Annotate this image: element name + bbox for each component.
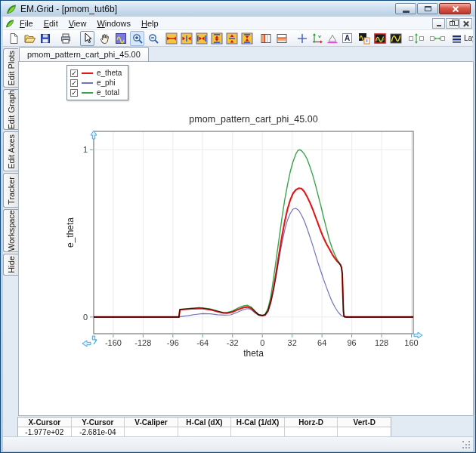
split-vertical-button[interactable] xyxy=(258,31,273,46)
sidebar-tab-hide[interactable]: Hide xyxy=(3,254,18,276)
svg-text:96: 96 xyxy=(347,338,356,347)
resize-grip[interactable] xyxy=(462,441,471,449)
link-x-button[interactable] xyxy=(428,31,447,46)
minimize-button[interactable] xyxy=(395,3,416,14)
expand-y-button[interactable] xyxy=(209,31,224,46)
open-folder-icon xyxy=(23,32,36,45)
close-button[interactable] xyxy=(439,3,471,14)
sidebar-tab-edit-axes[interactable]: Edit Axes xyxy=(3,131,18,171)
sidebar: Edit Plots Edit Graph Edit Axes Tracker … xyxy=(3,48,18,277)
svg-text:-32: -32 xyxy=(227,338,239,347)
sidebar-tab-tracker[interactable]: Tracker xyxy=(3,173,18,208)
zoom-in-icon xyxy=(131,32,144,45)
menu-bar: File Edit View Windows Help xyxy=(3,17,473,30)
copy-plot-button[interactable] xyxy=(357,31,371,46)
sidebar-tab-label: Edit Graph xyxy=(7,90,16,130)
sidebar-tab-edit-plots[interactable]: Edit Plots xyxy=(3,48,18,88)
zoom-out-button[interactable] xyxy=(146,31,160,46)
minimize-icon xyxy=(403,11,410,13)
compress-y-icon xyxy=(241,32,253,45)
mdi-restore-icon xyxy=(450,21,455,26)
pointer-tool-button[interactable] xyxy=(80,31,94,46)
text-annotation-button[interactable]: A xyxy=(340,31,354,46)
svg-text:e_theta: e_theta xyxy=(65,217,76,248)
copy-plot-icon xyxy=(358,32,370,45)
axis-pan-arrow-left[interactable] xyxy=(82,341,91,347)
open-button[interactable] xyxy=(22,31,36,46)
menu-item-edit[interactable]: Edit xyxy=(39,17,63,29)
mdi-restore-button[interactable] xyxy=(446,18,459,29)
mdi-close-button[interactable] xyxy=(459,18,472,29)
app-logo-icon xyxy=(6,4,17,14)
plot-wave-icon xyxy=(390,32,402,45)
split-horizontal-button[interactable] xyxy=(274,31,289,46)
axis-pan-arrow-down[interactable] xyxy=(92,336,97,344)
sidebar-tab-label: Hide xyxy=(7,256,16,273)
status-table-header: X-Cursor Y-Cursor V-Caliper H-Cal (dX) H… xyxy=(18,418,391,427)
maximize-button[interactable] xyxy=(417,3,438,14)
layout-icon xyxy=(452,34,462,43)
menu-item-view[interactable]: View xyxy=(63,17,92,29)
axes-tool-button[interactable] xyxy=(310,31,324,46)
autoscale-x-button[interactable] xyxy=(179,31,193,46)
mdi-minimize-button[interactable] xyxy=(432,18,445,29)
print-button[interactable] xyxy=(58,31,73,46)
maximize-icon xyxy=(425,6,431,11)
title-bar[interactable]: EM.Grid - [pmom_tut6b] xyxy=(1,1,475,17)
plot-style-red-button[interactable] xyxy=(372,31,387,46)
expand-x-button[interactable] xyxy=(164,31,178,46)
link-y-button[interactable] xyxy=(407,31,425,46)
compress-x-button[interactable] xyxy=(194,31,209,46)
expand-x-icon xyxy=(165,32,178,45)
compress-y-button[interactable] xyxy=(240,31,254,46)
legend-checkbox[interactable]: ✓ xyxy=(70,79,78,87)
crosshair-icon xyxy=(296,32,308,45)
status-col-y-cursor: Y-Cursor xyxy=(72,418,125,427)
svg-text:pmom_pattern_cart_phi_45.00: pmom_pattern_cart_phi_45.00 xyxy=(189,114,317,125)
svg-text:0: 0 xyxy=(260,338,264,347)
chart-plot[interactable]: -160-128-96-64-32032649612816001pmom_pat… xyxy=(19,62,473,415)
autoscale-y-button[interactable] xyxy=(224,31,239,46)
autoscale-x-icon xyxy=(181,32,193,45)
menu-item-windows[interactable]: Windows xyxy=(91,17,136,29)
plot-tab[interactable]: pmom_pattern_cart_phi_45.00 xyxy=(19,47,149,61)
pan-tool-button[interactable] xyxy=(97,31,112,46)
legend-swatch xyxy=(82,72,93,74)
split-vertical-icon xyxy=(260,32,272,45)
crosshair-button[interactable] xyxy=(295,31,309,46)
legend-row: ✓ e_total xyxy=(70,88,122,97)
svg-text:-128: -128 xyxy=(134,338,151,347)
menu-item-file[interactable]: File xyxy=(14,17,39,29)
close-icon xyxy=(452,5,459,12)
sidebar-tab-workspace[interactable]: Workspace xyxy=(3,209,18,252)
layout-button[interactable]: Layout xyxy=(450,31,473,46)
legend-swatch xyxy=(82,82,93,84)
legend-label: e_total xyxy=(97,88,119,97)
caliper-tool-button[interactable] xyxy=(325,31,339,46)
sidebar-tab-edit-graph[interactable]: Edit Graph xyxy=(3,89,18,130)
status-col-x-cursor: X-Cursor xyxy=(18,418,72,427)
save-button[interactable] xyxy=(38,31,52,46)
new-button[interactable] xyxy=(6,31,20,46)
legend-checkbox[interactable]: ✓ xyxy=(70,69,78,77)
menu-item-help[interactable]: Help xyxy=(136,17,164,29)
sidebar-tab-label: Edit Plots xyxy=(7,51,16,85)
plot-style-button[interactable] xyxy=(388,31,403,46)
autoscale-y-icon xyxy=(226,32,238,45)
caliper-triangle-icon xyxy=(326,32,338,45)
svg-text:theta: theta xyxy=(243,348,264,359)
legend-checkbox[interactable]: ✓ xyxy=(70,89,78,97)
svg-text:160: 160 xyxy=(404,338,418,347)
zoom-region-button[interactable] xyxy=(113,31,128,46)
chart-panel: ✓ e_theta ✓ e_phi ✓ e_total -160-128-96-… xyxy=(18,61,474,416)
legend-row: ✓ e_phi xyxy=(70,78,122,88)
cursor-status-table: X-Cursor Y-Cursor V-Caliper H-Cal (dX) H… xyxy=(17,417,391,438)
compress-x-icon xyxy=(196,32,208,45)
zoom-in-button[interactable] xyxy=(130,31,144,46)
hand-icon xyxy=(99,32,111,45)
document-logo-icon xyxy=(5,19,14,28)
axis-pan-arrow-right[interactable] xyxy=(414,332,422,338)
split-horizontal-icon xyxy=(276,32,288,45)
sidebar-tab-label: Tracker xyxy=(7,177,16,205)
link-y-axes-icon xyxy=(408,32,425,45)
